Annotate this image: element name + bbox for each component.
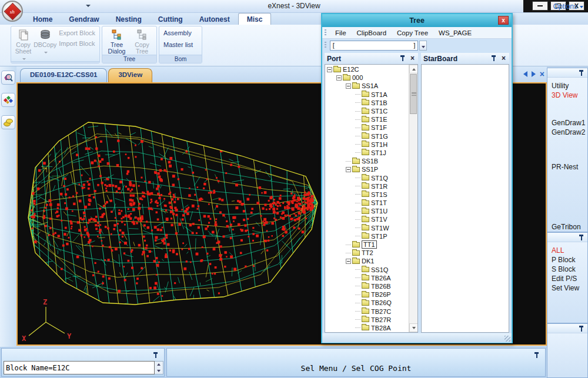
- block-name-input[interactable]: [4, 361, 155, 374]
- doc-tab-de0109[interactable]: DE0109-E12C-CSS01: [20, 68, 107, 82]
- tree-item[interactable]: ST1T: [325, 199, 409, 207]
- tree-item[interactable]: ST1R: [325, 182, 409, 190]
- quick-access-caret-icon[interactable]: [86, 5, 91, 7]
- tree-item[interactable]: SS1A: [325, 82, 409, 90]
- tree-item[interactable]: ST1U: [325, 207, 409, 215]
- tree-item[interactable]: ST1P: [325, 232, 409, 240]
- tab-gendraw[interactable]: Gendraw: [61, 14, 107, 25]
- tree-window-titlebar[interactable]: Tree x: [322, 14, 512, 27]
- app-logo[interactable]: sh: [2, 1, 23, 22]
- import-block-button[interactable]: Import Block: [59, 40, 95, 47]
- sidebar-item[interactable]: Set View: [552, 283, 587, 293]
- toolbar-grip[interactable]: [325, 42, 326, 49]
- tab-autonest[interactable]: Autonest: [191, 14, 238, 25]
- collapse-toggle-icon[interactable]: [346, 83, 351, 89]
- tree-item[interactable]: SS1Q: [325, 266, 409, 274]
- tree-item[interactable]: ST1A: [325, 91, 409, 99]
- tree-item[interactable]: TB27C: [325, 307, 409, 315]
- tab-scroll-left-icon[interactable]: [523, 71, 527, 77]
- tree-item[interactable]: SS1B: [325, 157, 409, 165]
- pin-icon[interactable]: [579, 70, 584, 76]
- pin-icon[interactable]: [534, 352, 539, 359]
- tree-item[interactable]: ST1F: [325, 123, 409, 132]
- tab-cutting[interactable]: Cutting: [150, 14, 191, 25]
- menu-clipboard[interactable]: ClipBoard: [352, 29, 392, 36]
- sidebar-item[interactable]: Utility: [552, 81, 587, 91]
- options-button[interactable]: Options: [553, 2, 583, 11]
- scroll-down-icon[interactable]: [409, 323, 418, 332]
- tree-item[interactable]: TB26P: [325, 290, 409, 299]
- assembly-button[interactable]: Assembly: [163, 29, 193, 36]
- sidebar-item[interactable]: S Block: [552, 265, 587, 274]
- sidebar-item[interactable]: 3D View: [552, 91, 587, 100]
- pin-icon[interactable]: [400, 55, 405, 62]
- tree-item[interactable]: ST1B: [325, 99, 409, 107]
- zoom-block-button[interactable]: [1, 71, 15, 85]
- tree-item[interactable]: ST1W: [325, 224, 409, 232]
- scroll-up-icon[interactable]: [409, 65, 418, 73]
- tree-item[interactable]: TT2: [325, 249, 409, 257]
- tree-item[interactable]: TB26B: [325, 282, 409, 290]
- tab-misc[interactable]: Misc: [238, 13, 272, 25]
- tree-item[interactable]: ST1V: [325, 215, 409, 223]
- tree-item[interactable]: DK1: [325, 257, 409, 265]
- menu-file[interactable]: File: [330, 29, 352, 36]
- tree-item[interactable]: TT1: [325, 240, 409, 249]
- menu-copy-tree[interactable]: Copy Tree: [392, 29, 433, 36]
- minimize-button[interactable]: [532, 1, 548, 11]
- pin-icon[interactable]: [491, 55, 496, 62]
- tree-item[interactable]: 000: [325, 73, 409, 82]
- parts-scatter-button[interactable]: [1, 93, 15, 107]
- tree-item[interactable]: ST1S: [325, 190, 409, 199]
- sidebar-item[interactable]: Edit P/S: [552, 274, 587, 283]
- tab-home[interactable]: Home: [25, 14, 61, 25]
- tree-item[interactable]: ST1J: [325, 149, 409, 157]
- tree-item[interactable]: ST1H: [325, 141, 409, 149]
- starboard-close-icon[interactable]: ×: [502, 54, 506, 62]
- tree-item[interactable]: TB28A: [325, 324, 409, 332]
- tab-close-icon[interactable]: ×: [540, 70, 544, 78]
- filter-input[interactable]: [ ]: [330, 41, 418, 51]
- scroll-thumb[interactable]: [410, 74, 417, 114]
- menu-ws-page[interactable]: WS_PAGE: [433, 29, 477, 36]
- sidebar-item[interactable]: GenDraw1: [552, 118, 587, 128]
- sidebar-item[interactable]: PR-Nest: [552, 162, 587, 172]
- dbcopy-button[interactable]: DBCopy: [34, 28, 56, 61]
- resize-grip[interactable]: [505, 336, 510, 342]
- port-close-icon[interactable]: ×: [410, 54, 415, 62]
- spinner-up-icon[interactable]: [155, 362, 163, 368]
- pin-icon[interactable]: [579, 326, 584, 332]
- doc-tab-3dview[interactable]: 3DView: [108, 68, 152, 82]
- tree-item[interactable]: ST1E: [325, 115, 409, 123]
- tree-dialog-button[interactable]: Tree Dialog: [104, 28, 129, 55]
- tree-item[interactable]: ST1C: [325, 107, 409, 115]
- sidebar-item[interactable]: P Block: [552, 255, 587, 265]
- tree-item[interactable]: TB26A: [325, 274, 409, 282]
- pin-icon[interactable]: [579, 235, 584, 241]
- collapse-toggle-icon[interactable]: [327, 67, 332, 72]
- copy-sheet-button[interactable]: Copy Sheet: [13, 28, 34, 61]
- tree-item[interactable]: E12C: [325, 65, 409, 73]
- tab-nesting[interactable]: Nesting: [108, 14, 150, 25]
- port-scrollbar[interactable]: [409, 65, 417, 332]
- tree-window[interactable]: Tree x File ClipBoard Copy Tree WS_PAGE …: [321, 13, 513, 343]
- tree-item[interactable]: ST1Q: [325, 173, 409, 182]
- pin-icon[interactable]: [153, 352, 158, 359]
- copy-tree-button[interactable]: Copy Tree: [129, 28, 155, 55]
- filter-dropdown-button[interactable]: [419, 41, 427, 51]
- tree-item[interactable]: TB27R: [325, 316, 409, 324]
- tree-item[interactable]: SS1P: [325, 165, 409, 173]
- master-list-button[interactable]: Master list: [163, 41, 193, 48]
- coins-button[interactable]: [1, 115, 15, 129]
- sidebar-item[interactable]: GeTribon: [552, 222, 587, 232]
- collapse-toggle-icon[interactable]: [346, 259, 351, 264]
- tree-item[interactable]: TB26Q: [325, 299, 409, 307]
- tree-item[interactable]: ST1G: [325, 132, 409, 141]
- spinner-down-icon[interactable]: [155, 368, 163, 374]
- collapse-toggle-icon[interactable]: [336, 75, 342, 81]
- tab-scroll-right-icon[interactable]: [532, 71, 536, 77]
- export-block-button[interactable]: Export Block: [59, 29, 95, 36]
- menubar-grip[interactable]: [325, 29, 326, 36]
- tree-window-close-button[interactable]: x: [498, 16, 509, 25]
- sidebar-item[interactable]: GenDraw2: [552, 128, 587, 137]
